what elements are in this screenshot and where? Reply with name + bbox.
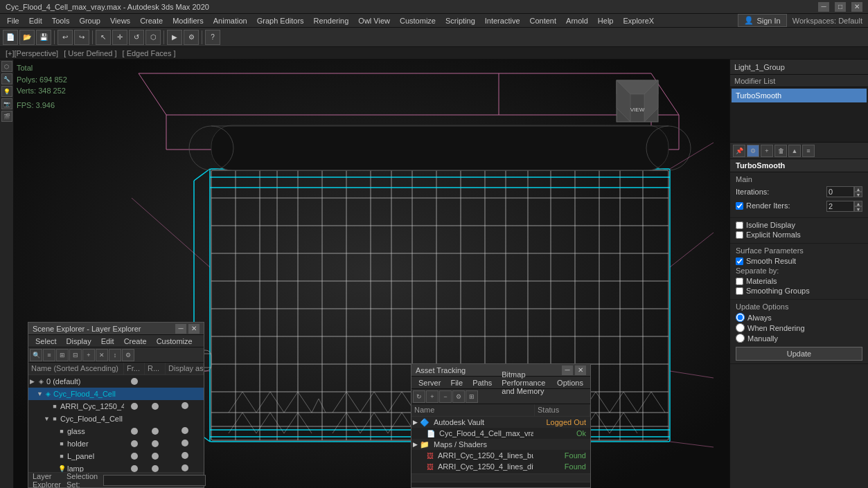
menu-content[interactable]: Content [526, 15, 561, 26]
menu-graph-editors[interactable]: Graph Editors [253, 15, 308, 26]
se-filter-btn[interactable]: ≡ [43, 349, 55, 361]
toolbar-rotate[interactable]: ↺ [129, 30, 144, 45]
se-col-arri-r[interactable] [145, 403, 166, 410]
menu-animation[interactable]: Animation [209, 15, 251, 26]
toolbar-open[interactable]: 📂 [19, 30, 35, 45]
param-smooth-checkbox[interactable] [736, 257, 743, 265]
at-minimize[interactable]: ─ [562, 365, 573, 375]
param-renderiters-down[interactable]: ▼ [854, 206, 862, 212]
se-row-lpanel[interactable]: ■ L_panel [28, 450, 204, 462]
param-always-radio[interactable] [736, 313, 745, 322]
se-sort-btn[interactable]: ↕ [109, 349, 121, 361]
at-expand-maps[interactable]: ▶ [413, 441, 418, 448]
se-col-lamp-v[interactable] [124, 465, 145, 472]
se-col-holder-v[interactable] [124, 440, 145, 447]
at-menu-options[interactable]: Options [553, 377, 587, 388]
param-renderiters-up[interactable]: ▲ [854, 201, 862, 206]
param-manually-radio[interactable] [736, 334, 745, 343]
param-isoline-checkbox[interactable] [736, 222, 743, 229]
se-row-cyc-sub[interactable]: ▼ ■ Cyc_Flood_4_Cell [28, 413, 204, 425]
param-whenrendering-radio[interactable] [736, 323, 745, 332]
se-row-cyc-flood-cell-top[interactable]: ▼ ◈ Cyc_Flood_4_Cell [28, 388, 204, 400]
at-grid-btn[interactable]: ⊞ [466, 390, 478, 403]
se-collapse-all-btn[interactable]: ⊟ [69, 349, 82, 361]
left-icon-2[interactable]: 🔧 [1, 73, 12, 84]
close-button[interactable]: ✕ [851, 2, 862, 12]
at-menu-paths[interactable]: Paths [468, 377, 496, 388]
toolbar-save[interactable]: 💾 [36, 30, 51, 45]
se-expand-cyc-sub[interactable]: ▼ [44, 415, 51, 422]
menu-group[interactable]: Group [75, 15, 105, 26]
viewport[interactable]: Total Polys: 694 852 Verts: 348 252 FPS:… [14, 60, 729, 488]
scene-explorer-close[interactable]: ✕ [188, 324, 200, 334]
se-col-arri-v[interactable] [124, 403, 145, 410]
se-settings-btn[interactable]: ⚙ [122, 349, 134, 361]
viewport-edged-faces[interactable]: [ Edged Faces ] [123, 49, 176, 57]
left-icon-4[interactable]: 📷 [1, 98, 12, 109]
menu-rendering[interactable]: Rendering [310, 15, 353, 26]
at-add-btn[interactable]: + [426, 390, 439, 403]
se-delete-btn[interactable]: ✕ [96, 349, 108, 361]
left-icon-1[interactable]: ⬡ [1, 61, 12, 72]
toolbar-render-setup[interactable]: ⚙ [184, 30, 199, 45]
left-icon-5[interactable]: 🎬 [1, 111, 12, 122]
maximize-button[interactable]: □ [835, 2, 846, 12]
scene-explorer-minimize[interactable]: ─ [175, 324, 186, 334]
at-menu-server[interactable]: Server [414, 377, 445, 388]
se-expand-default[interactable]: ▶ [30, 378, 37, 385]
se-col-lpanel-v[interactable] [124, 453, 145, 460]
se-col-holder-r[interactable] [145, 440, 166, 447]
mod-icon-pin[interactable]: 📌 [733, 145, 745, 157]
menu-views[interactable]: Views [106, 15, 134, 26]
param-smoothinggroups-checkbox[interactable] [736, 287, 743, 295]
mod-icon-delete[interactable]: 🗑 [774, 145, 787, 157]
se-new-layer-btn[interactable]: + [82, 349, 95, 361]
toolbar-new[interactable]: 📄 [3, 30, 18, 45]
se-menu-display[interactable]: Display [62, 336, 96, 347]
se-menu-edit[interactable]: Edit [97, 336, 118, 347]
toolbar-render[interactable]: ▶ [167, 30, 182, 45]
mod-icon-add[interactable]: + [761, 145, 773, 157]
at-menu-file[interactable]: File [446, 377, 467, 388]
param-explicit-checkbox[interactable] [736, 231, 743, 239]
menu-arnold[interactable]: Arnold [562, 15, 592, 26]
asset-tracking-scrollbar[interactable] [411, 473, 590, 482]
se-expand-all-btn[interactable]: ⊞ [56, 349, 69, 361]
menu-interactive[interactable]: Interactive [481, 15, 524, 26]
se-row-lamp[interactable]: 💡 lamp [28, 462, 204, 472]
se-row-default-layer[interactable]: ▶ ◈ 0 (default) [28, 375, 204, 388]
at-row-max-file[interactable]: 📄 Cyc_Flood_4_Cell_max_vray.max Ok [411, 428, 590, 439]
at-row-reflect[interactable]: 🖼 ARRI_Cyc_1250_4_lines_reflect.png Foun… [411, 472, 590, 473]
menu-tools[interactable]: Tools [48, 15, 74, 26]
menu-customize[interactable]: Customize [396, 15, 440, 26]
param-iterations-input[interactable] [826, 186, 854, 197]
param-iterations-down[interactable]: ▼ [854, 192, 862, 197]
menu-edit[interactable]: Edit [25, 15, 46, 26]
viewport-bracket-label[interactable]: [+][Perspective] [6, 49, 58, 57]
param-materials-checkbox[interactable] [736, 278, 743, 285]
se-expand-cyc[interactable]: ▼ [37, 390, 44, 397]
toolbar-scale[interactable]: ⬡ [145, 30, 161, 45]
at-remove-btn[interactable]: − [439, 390, 452, 403]
menu-help[interactable]: Help [594, 15, 618, 26]
left-icon-3[interactable]: 💡 [1, 86, 12, 97]
param-iterations-up[interactable]: ▲ [854, 186, 862, 192]
at-settings-btn[interactable]: ⚙ [452, 390, 465, 403]
se-row-holder[interactable]: ■ holder [28, 437, 204, 450]
se-col-lamp-r[interactable] [145, 465, 166, 472]
param-renderiters-input[interactable] [826, 201, 854, 212]
toolbar-redo[interactable]: ↪ [74, 30, 89, 45]
param-update-button[interactable]: Update [736, 347, 862, 361]
se-row-glass[interactable]: ■ glass [28, 425, 204, 437]
menu-file[interactable]: File [3, 15, 24, 26]
toolbar-move[interactable]: ✛ [112, 30, 127, 45]
se-col-glass-r[interactable] [145, 428, 166, 435]
se-col-glass-v[interactable] [124, 428, 145, 435]
mod-icon-up[interactable]: ▲ [788, 145, 801, 157]
menu-create[interactable]: Create [136, 15, 167, 26]
viewport-user-defined[interactable]: [ User Defined ] [64, 49, 116, 57]
toolbar-select[interactable]: ↖ [96, 30, 111, 45]
toolbar-undo[interactable]: ↩ [57, 30, 73, 45]
mod-icon-configure[interactable]: ≡ [802, 145, 815, 157]
menu-explorex[interactable]: ExploreX [619, 15, 658, 26]
